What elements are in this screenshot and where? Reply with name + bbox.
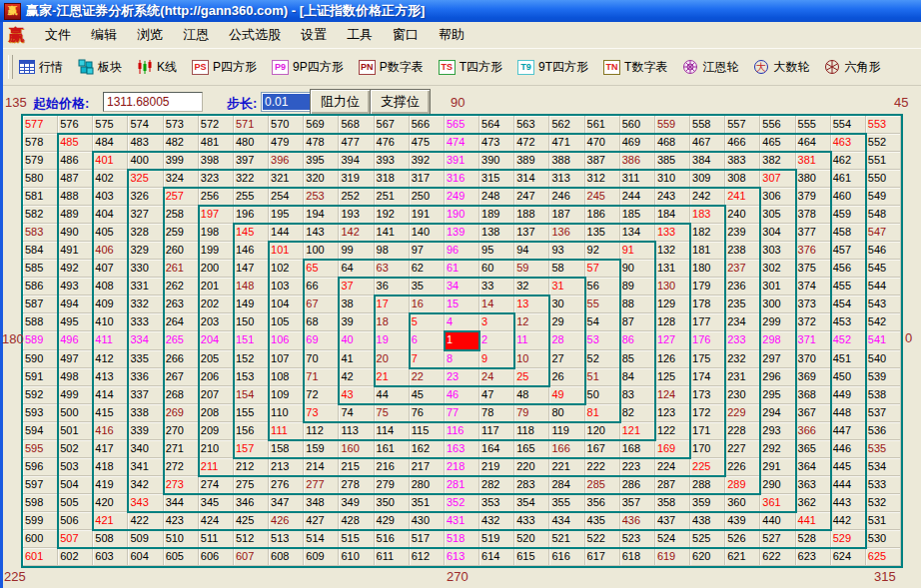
grid-cell: 53 [585,331,620,349]
toolbar-button-label: 六角形 [844,59,880,76]
menu-logo-icon: 赢 [8,25,24,46]
grid-cell: 408 [93,278,128,295]
toolbar-button-kline[interactable]: K线 [137,59,177,76]
grid-cell: 335 [128,350,163,368]
grid-cell: 581 [23,188,58,206]
grid-cell: 600 [23,530,58,548]
grid-cell: 145 [234,224,269,242]
grid-cell: 440 [760,512,795,530]
grid-cell: 578 [23,134,58,152]
grid-cell: 106 [269,331,304,349]
grid-cell: 12 [514,313,549,331]
resistance-button[interactable]: 阻力位 [310,89,371,115]
grid-cell: 149 [234,295,269,313]
grid-cell: 376 [796,242,831,260]
grid-cell: 623 [796,548,831,566]
grid-cell: 259 [164,224,199,242]
toolbar-button-t-square[interactable]: TST四方形 [439,59,502,76]
grid-cell: 379 [796,188,831,206]
grid-cell: 97 [410,242,445,260]
grid-cell: 299 [760,313,795,331]
toolbar-button-t-number-table[interactable]: TNT数字表 [603,59,667,76]
grid-cell: 564 [479,116,514,134]
grid-cell: 214 [304,458,339,476]
toolbar-button-9t-square[interactable]: T99T四方形 [517,59,588,76]
grid-cell: 319 [339,170,374,188]
menu-item-tools[interactable]: 工具 [337,23,383,47]
grid-cell: 480 [234,134,269,152]
grid-cell: 31 [549,278,584,295]
grid-cell: 488 [58,188,93,206]
grid-cell: 195 [269,206,304,224]
grid-cell: 572 [199,116,234,134]
grid-cell: 491 [58,242,93,260]
grid-cell: 55 [585,295,620,313]
grid-cell: 328 [128,224,163,242]
grid-cell: 281 [445,476,479,494]
grid-cell: 84 [620,368,655,386]
grid-cell: 474 [445,134,479,152]
grid-cell: 475 [410,134,445,152]
grid-cell: 193 [339,206,374,224]
menu-item-file[interactable]: 文件 [35,23,81,47]
grid-cell: 38 [339,295,374,313]
grid-cell: 118 [514,422,549,440]
menu-item-browse[interactable]: 浏览 [127,23,173,47]
menu-items: 文件编辑浏览江恩公式选股设置工具窗口帮助 [35,23,474,47]
toolbar-button-hexagon[interactable]: 六角形 [824,59,880,76]
grid-cell: 355 [549,494,584,512]
grid-cell: 385 [655,152,690,170]
grid-cell: 4 [445,313,479,331]
grid-cell: 508 [93,530,128,548]
grid-cell: 169 [655,440,690,458]
grid-cell: 334 [128,331,163,349]
toolbar-button-p-number-table[interactable]: PNP数字表 [359,59,424,76]
grid-cell: 417 [93,440,128,458]
toolbar-button-p-square[interactable]: PSP四方形 [192,59,257,76]
table-icon [19,59,35,75]
grid-cell: 260 [164,242,199,260]
grid-cell: 538 [866,386,901,404]
toolbar-button-gann-wheel[interactable]: 江恩轮 [682,59,738,76]
grid-cell: 276 [269,476,304,494]
grid-cell: 496 [58,331,93,349]
grid-cell: 580 [23,170,58,188]
grid-cell: 390 [479,152,514,170]
support-button[interactable]: 支撑位 [370,89,431,115]
grid-cell: 450 [831,368,866,386]
menu-item-settings[interactable]: 设置 [291,23,337,47]
grid-cell: 23 [445,368,479,386]
grid-cell: 615 [514,548,549,566]
grid-cell: 478 [304,134,339,152]
grid-cell: 112 [304,422,339,440]
grid-cell: 298 [760,331,795,349]
grid-cell: 305 [760,206,795,224]
grid-cell: 381 [796,152,831,170]
menu-item-edit[interactable]: 编辑 [81,23,127,47]
grid-cell: 123 [655,404,690,422]
grid-cell: 155 [234,404,269,422]
toolbar-button-sectors[interactable]: 板块 [78,59,122,76]
grid-cell: 567 [375,116,410,134]
grid-cell: 343 [128,494,163,512]
grid-cell: 5 [410,313,445,331]
grid-cell: 239 [725,224,760,242]
menu-item-window[interactable]: 窗口 [383,23,429,47]
grid-cell: 197 [199,206,234,224]
grid-cell: 28 [549,331,584,349]
menu-item-formula-stock-pick[interactable]: 公式选股 [219,23,291,47]
grid-cell: 571 [234,116,269,134]
grid-cell: 526 [725,530,760,548]
toolbar-button-quotes[interactable]: 行情 [19,59,63,76]
start-price-input[interactable] [103,92,203,112]
menu-item-gann[interactable]: 江恩 [173,23,219,47]
menu-item-help[interactable]: 帮助 [429,23,474,47]
grid-cell: 26 [549,368,584,386]
grid-cell: 392 [410,152,445,170]
grid-cell: 553 [866,116,901,134]
grid-cell: 296 [760,368,795,386]
toolbar-button-big-number-wheel[interactable]: 大大数轮 [753,59,809,76]
grid-cell: 297 [760,350,795,368]
toolbar-button-9p-square[interactable]: P99P四方形 [272,59,344,76]
grid-cell: 410 [93,313,128,331]
